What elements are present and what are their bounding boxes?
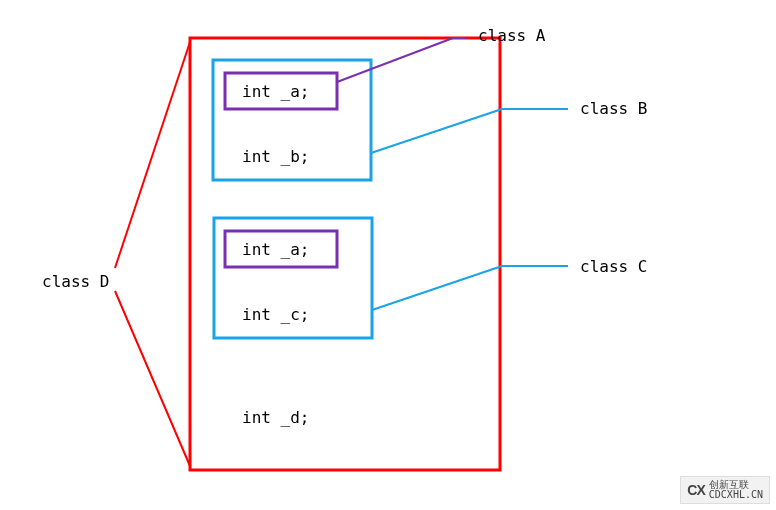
member-d: int _d; (242, 408, 309, 427)
class-c-pointer-1 (372, 266, 502, 310)
watermark-line2: CDCXHL.CN (709, 489, 763, 500)
watermark-logo-icon: CX (687, 482, 704, 498)
label-class-b: class B (580, 99, 647, 118)
class-b-pointer-1 (371, 109, 502, 153)
watermark: CX 创新互联 CDCXHL.CN (680, 476, 770, 504)
class-d-box (190, 38, 500, 470)
label-class-c: class C (580, 257, 647, 276)
member-a-1: int _a; (242, 82, 309, 101)
member-c: int _c; (242, 305, 309, 324)
member-a-2: int _a; (242, 240, 309, 259)
label-class-d: class D (42, 272, 109, 291)
class-d-line-bottom (115, 291, 190, 466)
class-d-line-top (115, 42, 190, 268)
member-b: int _b; (242, 147, 309, 166)
label-class-a: class A (478, 26, 545, 45)
